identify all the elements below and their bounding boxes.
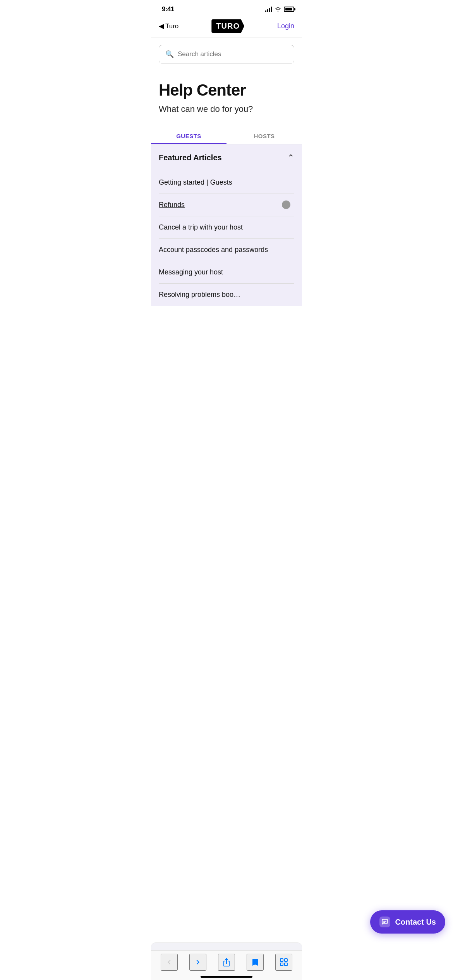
article-link-refunds: Refunds [159, 201, 185, 209]
wifi-icon [275, 7, 281, 12]
back-label: Turo [165, 22, 178, 30]
logo-text: TURO [211, 19, 244, 33]
tab-guests[interactable]: GUESTS [151, 127, 226, 144]
hero-title: Help Center [159, 81, 294, 99]
status-time: 9:41 [162, 5, 174, 13]
nav-bar: ◀ Turo TURO Login [151, 16, 302, 38]
featured-section: Featured Articles ⌃ Getting started | Gu… [151, 144, 302, 306]
list-item[interactable]: Resolving problems boo… [159, 283, 294, 306]
tabs-container: GUESTS HOSTS [151, 127, 302, 144]
login-button[interactable]: Login [277, 22, 294, 30]
list-item[interactable]: Getting started | Guests [159, 171, 294, 194]
search-container: 🔍 [151, 38, 302, 70]
article-dot-indicator [282, 200, 290, 209]
articles-list: Getting started | Guests Refunds Cancel … [151, 171, 302, 306]
search-icon: 🔍 [165, 50, 174, 58]
featured-title: Featured Articles [159, 153, 222, 162]
battery-icon [284, 7, 294, 12]
status-icons [265, 7, 294, 12]
list-item[interactable]: Account passcodes and passwords [159, 238, 294, 261]
featured-header: Featured Articles ⌃ [151, 144, 302, 171]
back-arrow-icon: ◀ [159, 22, 164, 30]
chevron-up-icon[interactable]: ⌃ [287, 153, 294, 163]
turo-logo[interactable]: TURO [211, 19, 244, 33]
status-bar: 9:41 [151, 0, 302, 16]
search-input[interactable] [178, 50, 288, 58]
hero-subtitle: What can we do for you? [159, 104, 294, 115]
list-item[interactable]: Messaging your host [159, 261, 294, 283]
tab-hosts[interactable]: HOSTS [226, 127, 302, 144]
list-item[interactable]: Refunds [159, 194, 294, 216]
back-button[interactable]: ◀ Turo [159, 22, 178, 30]
search-box[interactable]: 🔍 [159, 45, 294, 63]
signal-icon [265, 7, 272, 12]
list-item[interactable]: Cancel a trip with your host [159, 216, 294, 238]
hero-section: Help Center What can we do for you? [151, 70, 302, 123]
